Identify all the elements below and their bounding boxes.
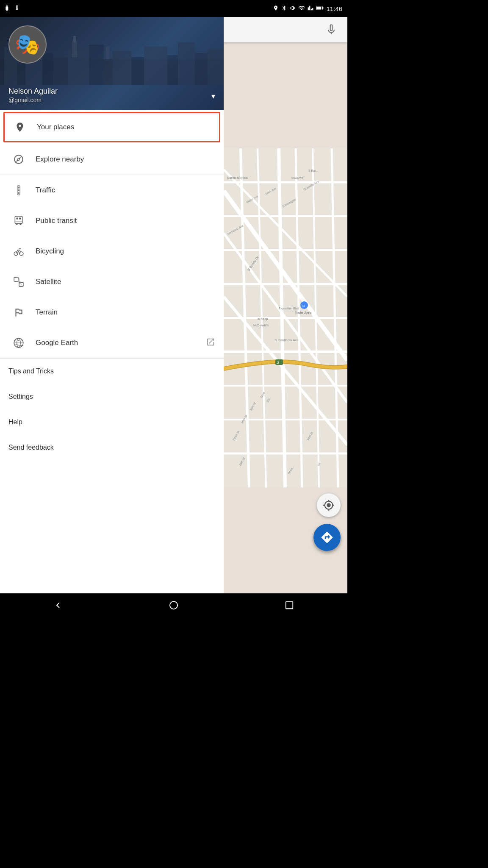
recent-apps-button[interactable]	[272, 597, 306, 614]
map-area: Santa Monica Iowa Ave Idaho Ave Iowa Ave…	[224, 17, 347, 593]
svg-text:Exposition Blvd: Exposition Blvd	[279, 307, 299, 310]
bike-icon	[8, 241, 29, 262]
svg-rect-24	[167, 55, 178, 85]
status-icons-right: 11:46	[273, 5, 342, 13]
menu-item-public-transit[interactable]: Public transit	[0, 206, 224, 236]
svg-text:S Bar...: S Bar...	[308, 169, 318, 172]
back-button[interactable]	[41, 597, 75, 614]
main-layout: 🎭 Nelson Aguilar @gmail.com ▾ Your place…	[0, 17, 347, 593]
explore-icon	[8, 149, 29, 170]
traffic-icon	[8, 180, 29, 200]
menu-label-your-places: Your places	[37, 123, 214, 131]
svg-rect-16	[42, 53, 53, 85]
user-name: Nelson Aguilar	[8, 87, 207, 96]
avatar-image: 🎭	[15, 33, 40, 56]
svg-point-35	[18, 192, 19, 194]
menu-item-google-earth[interactable]: Google Earth	[0, 328, 224, 358]
svg-point-34	[18, 189, 19, 191]
menu-label-satellite: Satellite	[36, 278, 215, 286]
vibrate-icon	[290, 5, 296, 12]
transit-icon	[8, 211, 29, 231]
menu-item-satellite[interactable]: Satellite	[0, 267, 224, 297]
svg-rect-23	[144, 47, 167, 85]
notification-icon	[5, 5, 12, 13]
svg-point-99	[170, 601, 177, 609]
menu-label-traffic: Traffic	[36, 186, 215, 195]
menu-label-public-transit: Public transit	[36, 217, 215, 225]
my-location-icon	[323, 499, 335, 511]
svg-rect-3	[6, 10, 8, 10]
globe-icon	[8, 333, 29, 353]
directions-button[interactable]	[313, 524, 341, 551]
signal-icon	[308, 5, 313, 12]
svg-rect-27	[208, 49, 224, 85]
svg-text:Iowa Ave: Iowa Ave	[291, 176, 303, 179]
dropdown-arrow-icon[interactable]: ▾	[211, 92, 215, 101]
svg-text:Trader Joe's: Trader Joe's	[295, 311, 311, 314]
svg-text:2: 2	[277, 361, 279, 364]
external-link-icon	[206, 337, 215, 349]
menu-item-send-feedback[interactable]: Send feedback	[0, 435, 224, 460]
menu-item-bicycling[interactable]: Bicycling	[0, 236, 224, 267]
svg-rect-43	[17, 223, 21, 224]
svg-rect-4	[16, 6, 18, 6]
back-icon	[53, 600, 63, 610]
menu-item-settings[interactable]: Settings	[0, 384, 224, 409]
status-time: 11:46	[326, 5, 342, 12]
svg-rect-5	[16, 6, 17, 10]
svg-rect-30	[72, 40, 77, 57]
svg-rect-37	[15, 216, 22, 223]
avatar: 🎭	[8, 25, 47, 64]
svg-rect-26	[195, 53, 208, 85]
status-bar: 11:46	[0, 0, 347, 17]
svg-rect-20	[104, 59, 112, 85]
home-icon	[169, 600, 179, 610]
svg-rect-32	[106, 47, 109, 59]
svg-point-45	[19, 252, 23, 256]
menu-item-terrain[interactable]: Terrain	[0, 297, 224, 328]
download-icon	[15, 5, 22, 13]
user-info: Nelson Aguilar @gmail.com	[8, 87, 207, 103]
user-email: @gmail.com	[8, 97, 207, 103]
menu-item-your-places[interactable]: Your places	[3, 112, 220, 142]
svg-rect-11	[317, 6, 322, 9]
home-button[interactable]	[157, 597, 191, 614]
location-pin-icon	[10, 117, 30, 137]
svg-rect-22	[131, 57, 144, 85]
svg-point-33	[18, 186, 19, 188]
svg-point-46	[19, 248, 21, 249]
svg-rect-17	[53, 57, 68, 85]
svg-rect-19	[89, 45, 104, 85]
section-label-send-feedback: Send feedback	[8, 444, 54, 451]
map-search-bar	[224, 17, 347, 42]
voice-search-button[interactable]	[322, 20, 341, 39]
section-label-help: Help	[8, 418, 22, 426]
satellite-icon	[8, 272, 29, 292]
menu-item-help[interactable]: Help	[0, 409, 224, 435]
terrain-icon	[8, 302, 29, 323]
svg-text:McDonald's: McDonald's	[253, 324, 269, 327]
menu-item-traffic[interactable]: Traffic	[0, 175, 224, 206]
menu-item-explore-nearby[interactable]: Explore nearby	[0, 144, 224, 175]
menu-label-terrain: Terrain	[36, 308, 215, 317]
bottom-nav	[0, 593, 347, 617]
svg-text:Santa Monica: Santa Monica	[227, 176, 248, 180]
svg-rect-0	[6, 6, 8, 6]
menu-label-bicycling: Bicycling	[36, 247, 215, 256]
svg-rect-18	[68, 49, 89, 85]
drawer: 🎭 Nelson Aguilar @gmail.com ▾ Your place…	[0, 17, 224, 593]
wifi-icon	[298, 5, 305, 13]
menu-item-tips-tricks[interactable]: Tips and Tricks	[0, 359, 224, 384]
my-location-button[interactable]	[317, 493, 341, 517]
menu-label-explore-nearby: Explore nearby	[36, 155, 215, 164]
bluetooth-icon	[281, 5, 287, 12]
svg-rect-25	[178, 42, 195, 85]
svg-rect-21	[112, 51, 131, 85]
svg-rect-38	[17, 217, 18, 219]
svg-rect-10	[322, 7, 323, 9]
svg-rect-39	[19, 217, 21, 219]
svg-rect-31	[73, 36, 76, 42]
svg-text:S Centinela Ave: S Centinela Ave	[274, 338, 299, 342]
svg-rect-40	[15, 221, 22, 222]
svg-rect-2	[6, 6, 8, 10]
